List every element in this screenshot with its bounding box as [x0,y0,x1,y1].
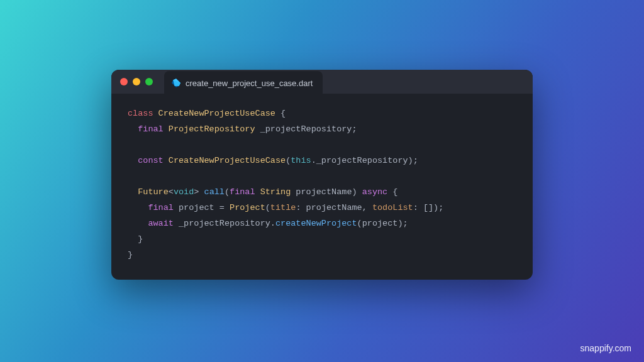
code-window: create_new_project_use_case.dart class C… [111,70,533,280]
maximize-icon[interactable] [145,78,153,85]
traffic-lights [120,78,153,85]
dart-icon [172,79,180,87]
titlebar: create_new_project_use_case.dart [111,70,533,94]
file-tab[interactable]: create_new_project_use_case.dart [164,71,323,95]
close-icon[interactable] [120,78,128,85]
code-editor: class CreateNewProjectUseCase { final Pr… [111,94,533,280]
watermark: snappify.com [580,343,631,353]
minimize-icon[interactable] [133,78,140,85]
tab-title: create_new_project_use_case.dart [186,79,313,88]
